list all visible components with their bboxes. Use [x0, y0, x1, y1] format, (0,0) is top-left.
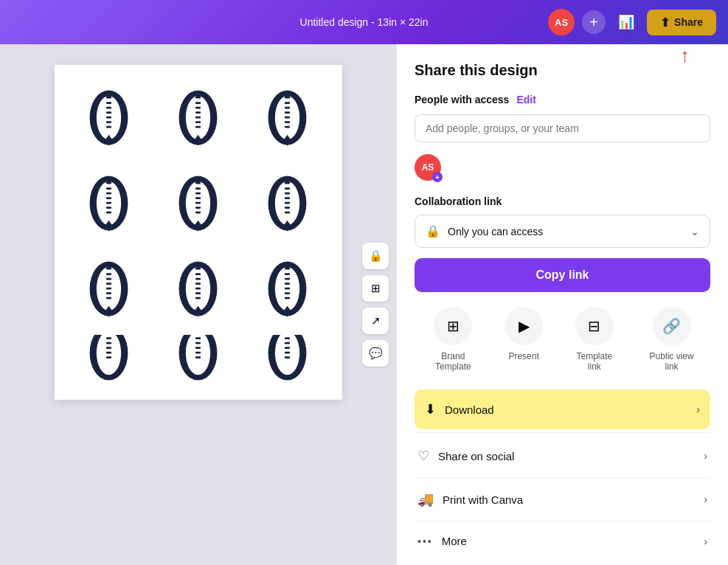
- share-label: Share: [674, 16, 703, 28]
- public-view-link-option[interactable]: 🔗 Public view link: [646, 307, 698, 372]
- football-cell: [246, 249, 329, 329]
- lock-icon: 🔒: [426, 224, 440, 238]
- svg-rect-46: [195, 202, 201, 204]
- template-link-option[interactable]: ⊟ Template link: [569, 307, 620, 372]
- download-label: Download: [445, 403, 687, 416]
- edit-link[interactable]: Edit: [516, 94, 535, 105]
- download-action[interactable]: ⬇ Download ›: [415, 389, 710, 429]
- svg-rect-18: [195, 126, 201, 128]
- brand-template-option[interactable]: ⊞ Brand Template: [427, 307, 479, 372]
- svg-rect-33: [106, 187, 111, 190]
- svg-rect-88: [284, 297, 289, 299]
- access-dropdown[interactable]: 🔒 Only you can access ⌄: [415, 215, 710, 248]
- svg-rect-78: [195, 297, 201, 299]
- svg-rect-45: [195, 197, 201, 199]
- football-cell: [68, 249, 151, 329]
- svg-rect-25: [284, 111, 289, 114]
- football-cell: [156, 335, 240, 387]
- comment-tool[interactable]: 💬: [362, 340, 389, 367]
- svg-rect-43: [195, 187, 201, 190]
- user-avatar-panel[interactable]: AS +: [415, 154, 441, 181]
- svg-rect-56: [284, 202, 289, 204]
- football-cell: [156, 164, 240, 243]
- canvas-area: 🔒 ⊞ ↗ 💬: [0, 44, 396, 565]
- svg-rect-38: [106, 212, 111, 214]
- user-avatar[interactable]: AS: [548, 9, 575, 35]
- copy-link-button[interactable]: Copy link: [415, 258, 710, 292]
- share-social-chevron-icon: ›: [704, 450, 707, 462]
- more-chevron-icon: ›: [704, 535, 707, 547]
- svg-rect-22: [284, 96, 289, 99]
- svg-rect-47: [195, 207, 201, 209]
- svg-rect-32: [106, 181, 111, 184]
- analytics-button[interactable]: 📊: [613, 9, 639, 35]
- svg-rect-77: [195, 292, 201, 294]
- football-icon: [174, 257, 222, 322]
- svg-rect-76: [195, 288, 201, 290]
- svg-rect-6: [106, 117, 111, 119]
- share-social-label: Share on social: [438, 450, 695, 462]
- present-option[interactable]: ▶ Present: [505, 307, 543, 372]
- svg-rect-84: [284, 278, 289, 280]
- print-label: Print with Canva: [443, 493, 695, 506]
- svg-rect-35: [106, 197, 111, 199]
- svg-rect-7: [106, 121, 111, 123]
- copy-tool[interactable]: ⊞: [362, 275, 389, 302]
- svg-rect-101: [195, 337, 201, 339]
- svg-rect-82: [284, 267, 289, 270]
- svg-rect-74: [195, 278, 201, 280]
- template-link-label: Template link: [569, 351, 620, 372]
- football-cell: [68, 78, 151, 158]
- svg-rect-103: [195, 347, 201, 349]
- arrow-annotation: ↑: [680, 46, 690, 65]
- football-cell: [246, 335, 329, 387]
- public-view-link-label: Public view link: [646, 351, 698, 372]
- football-icon: [174, 86, 222, 150]
- football-icon: [85, 86, 133, 150]
- football-icon: [263, 335, 311, 386]
- football-icon: [85, 171, 133, 236]
- svg-rect-36: [106, 202, 111, 204]
- brand-template-label: Brand Template: [427, 351, 479, 372]
- svg-rect-52: [284, 181, 289, 184]
- print-action[interactable]: 🚚 Print with Canva ›: [415, 479, 710, 519]
- svg-rect-26: [284, 117, 289, 119]
- template-link-icon: ⊟: [588, 317, 600, 335]
- share-social-icon: ♡: [417, 448, 429, 464]
- lock-tool[interactable]: 🔒: [362, 243, 389, 269]
- svg-rect-111: [284, 347, 289, 349]
- more-label: More: [442, 535, 696, 547]
- svg-rect-53: [284, 187, 289, 190]
- present-icon: ▶: [519, 317, 530, 335]
- download-chevron-icon: ›: [696, 403, 700, 415]
- football-icon: [85, 257, 133, 322]
- svg-rect-75: [195, 282, 201, 285]
- football-icon: [263, 257, 311, 322]
- add-button[interactable]: +: [582, 10, 606, 34]
- share-button[interactable]: ⬆ Share: [647, 10, 716, 35]
- svg-rect-94: [106, 342, 111, 344]
- design-canvas: [55, 65, 342, 400]
- access-text: Only you can access: [448, 226, 683, 238]
- share-social-action[interactable]: ♡ Share on social ›: [415, 436, 710, 476]
- svg-rect-12: [195, 96, 201, 99]
- svg-rect-34: [106, 193, 111, 195]
- svg-rect-58: [284, 212, 289, 214]
- svg-rect-23: [284, 102, 289, 104]
- svg-rect-48: [195, 212, 201, 214]
- football-icon: [85, 335, 133, 386]
- more-action[interactable]: ••• More ›: [415, 523, 710, 559]
- football-icon: [263, 171, 311, 236]
- football-icon: [174, 335, 222, 386]
- chevron-down-icon: ⌄: [690, 226, 699, 238]
- panel-title: Share this design: [415, 62, 710, 79]
- svg-rect-66: [106, 288, 111, 290]
- svg-rect-44: [195, 193, 201, 195]
- svg-rect-63: [106, 273, 111, 275]
- search-input[interactable]: [415, 114, 710, 142]
- svg-rect-67: [106, 292, 111, 294]
- expand-tool[interactable]: ↗: [362, 308, 389, 334]
- svg-rect-5: [106, 111, 111, 114]
- svg-rect-2: [106, 96, 111, 99]
- print-chevron-icon: ›: [704, 493, 707, 505]
